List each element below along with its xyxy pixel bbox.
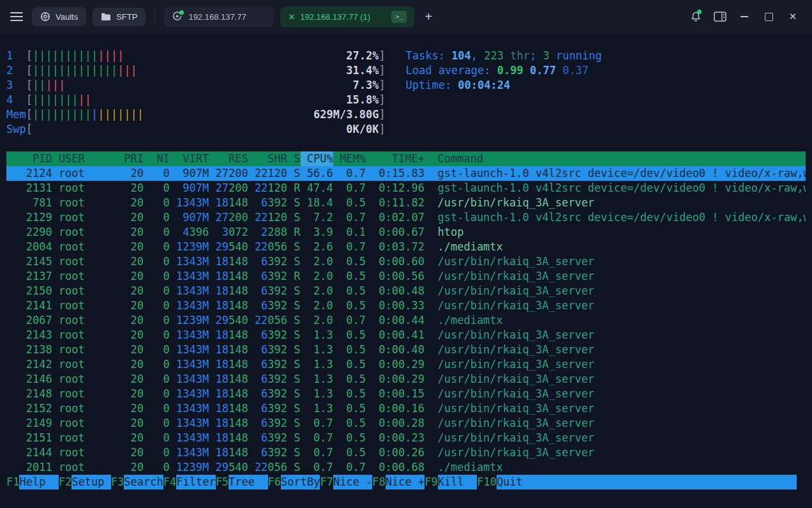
column-header-res[interactable]: RES [209,151,248,166]
cell-state: S [287,166,300,181]
process-row-2142[interactable]: 2142root2001343M181486392S1.30.50:00.29/… [6,357,806,372]
cell-shr: 22120 [248,166,287,181]
close-tab-icon[interactable]: ✕ [288,13,295,21]
fkey-label-nice-[interactable]: Nice - [333,475,372,489]
green-bars: ||||||||||||| [33,64,117,77]
cell-command: ./mediamtx [437,240,806,254]
cell-shr: 6392 [248,387,287,401]
info-segment: Uptime: [405,79,458,91]
fkey-f3[interactable]: F3 [111,475,124,489]
meter-close-bracket: ] [379,122,385,137]
cell-pri: 20 [124,225,144,240]
cell-time: 0:00.67 [366,225,425,240]
cell-user: root [59,431,124,445]
column-header-state[interactable]: S [287,151,300,166]
column-header-time[interactable]: TIME+ [366,151,425,166]
cell-ni: 0 [144,298,170,313]
fkey-f1[interactable]: F1 [6,475,19,489]
process-row-2067[interactable]: 2067root2001239M2954022056S2.00.70:00.44… [6,313,806,328]
column-header-mem[interactable]: MEM% [333,151,366,166]
meter-close-bracket: ] [379,49,385,63]
process-row-781[interactable]: 781root2001343M181486392S18.40.50:11.82/… [6,196,806,210]
new-tab-button[interactable]: + [421,10,436,23]
cell-res: 18148 [209,431,248,445]
process-row-2011[interactable]: 2011root2001239M2954022056S0.70.70:00.68… [6,460,806,475]
process-row-2152[interactable]: 2152root2001343M181486392S1.30.50:00.16/… [6,401,806,416]
fkey-label-setup[interactable]: Setup [71,475,110,489]
fkey-f9[interactable]: F9 [425,475,437,489]
notifications-bell-icon[interactable] [687,8,705,26]
info-segment: Tasks: [405,49,451,62]
cell-user: root [59,240,124,254]
terminal-pane[interactable]: 1[||||||||||||||27.2%] 2[|||||||||||||||… [0,33,812,508]
fkey-f10[interactable]: F10 [477,475,497,489]
process-row-2143[interactable]: 2143root2001343M181486392S1.30.50:00.41/… [6,328,806,343]
info-segment: running [550,49,602,62]
process-row-2148[interactable]: 2148root2001343M181486392S1.30.50:00.15/… [6,387,806,401]
column-header-virt[interactable]: VIRT [170,151,209,166]
cell-res: 3072 [209,225,248,240]
cell-pid: 2143 [6,328,52,343]
sftp-button[interactable]: SFTP [93,8,146,26]
fkey-label-tree[interactable]: Tree [229,475,267,489]
column-header-cpu[interactable]: CPU% [301,151,333,166]
tab-terminal-active[interactable]: ✕ 192.168.137.77 (1) >_ [280,6,414,27]
column-header-command[interactable]: Command [437,151,806,166]
column-header-pri[interactable]: PRI [124,151,144,166]
cell-virt: 907M [170,181,209,196]
vaults-button[interactable]: Vaults [32,7,86,26]
green-bars: ||||||| [33,93,79,106]
cell-res: 29540 [209,240,248,254]
fkey-f6[interactable]: F6 [268,475,281,489]
cell-pid: 2290 [6,225,52,240]
process-row-2141[interactable]: 2141root2001343M181486392S2.00.50:00.33/… [6,298,806,313]
cell-state: S [287,460,300,475]
cell-command: /usr/bin/rkaiq_3A_server [437,431,806,445]
hamburger-menu-icon[interactable] [10,12,23,21]
fkey-label-search[interactable]: Search [124,475,163,489]
cell-pri: 20 [124,387,144,401]
process-row-2146[interactable]: 2146root2001343M181486392S1.30.50:00.29/… [6,372,806,387]
column-header-user[interactable]: USER [59,151,124,166]
fkey-f8[interactable]: F8 [372,475,385,489]
process-table: PIDUSERPRINIVIRTRESSHRSCPU%MEM%TIME+Comm… [6,151,806,489]
process-row-2151[interactable]: 2151root2001343M181486392S0.70.50:00.23/… [6,431,806,445]
process-row-2145[interactable]: 2145root2001343M181486392S2.00.50:00.60/… [6,254,806,269]
fkey-f2[interactable]: F2 [59,475,71,489]
green-bars: || [33,79,45,91]
green-bars: |||||||||| [33,49,98,62]
fkey-f4[interactable]: F4 [163,475,176,489]
column-header-pid[interactable]: PID [6,151,52,166]
process-row-2144[interactable]: 2144root2001343M181486392S0.70.50:00.26/… [6,445,806,460]
column-header-ni[interactable]: NI [144,151,170,166]
fkey-label-help[interactable]: Help [19,475,58,489]
maximize-button[interactable] [760,8,778,26]
column-header-shr[interactable]: SHR [248,151,287,166]
fkey-label-filter[interactable]: Filter [176,475,215,489]
panel-layout-icon[interactable] [711,8,729,26]
process-row-2290[interactable]: 2290root200439630722288R3.90.10:00.67hto… [6,225,806,240]
process-row-2129[interactable]: 2129root200907M2720022120S7.20.70:02.07g… [6,210,806,225]
cell-virt: 1343M [170,431,209,445]
fkey-label-kill[interactable]: Kill [438,475,477,489]
fkey-label-sortby[interactable]: SortBy [281,475,320,489]
cell-res: 18148 [209,372,248,387]
process-row-2137[interactable]: 2137root2001343M181486392R2.00.50:00.56/… [6,269,806,284]
fkey-f7[interactable]: F7 [320,475,333,489]
close-window-button[interactable]: ✕ [784,8,802,26]
process-row-2131[interactable]: 2131root200907M2720022120R47.40.70:12.96… [6,181,806,196]
process-row-2149[interactable]: 2149root2001343M181486392S0.70.50:00.28/… [6,416,806,431]
process-row-2124[interactable]: 2124root200907M2720022120S56.60.70:15.83… [6,166,806,181]
cell-virt: 1239M [170,240,209,254]
cell-res: 18148 [209,401,248,416]
tab-host[interactable]: 192.168.137.77 [164,6,274,27]
process-row-2004[interactable]: 2004root2001239M2954022056S2.60.70:03.72… [6,240,806,254]
fkey-label-quit[interactable]: Quit [497,475,797,489]
fkey-label-nice-[interactable]: Nice + [386,475,425,489]
process-row-2138[interactable]: 2138root2001343M181486392S1.30.50:00.40/… [6,343,806,357]
cell-pid: 2151 [6,431,52,445]
fkey-f5[interactable]: F5 [216,475,229,489]
red-bars: || [79,93,91,106]
process-row-2150[interactable]: 2150root2001343M181486392S2.00.50:00.48/… [6,284,806,298]
minimize-button[interactable] [735,8,753,26]
